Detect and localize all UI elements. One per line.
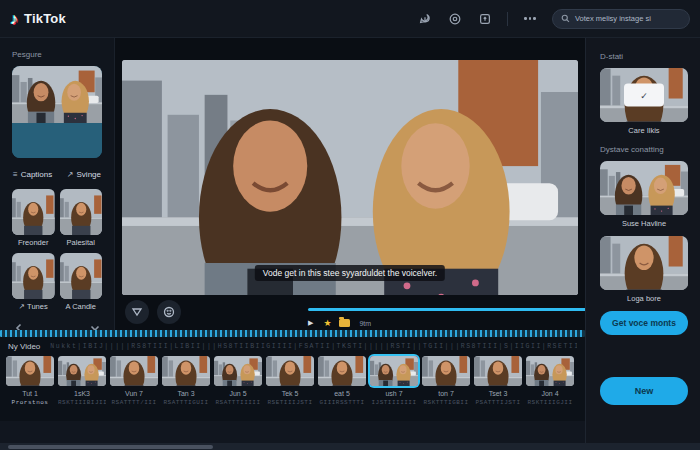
toolbar-divider (507, 12, 508, 26)
card-thumbnail-image (12, 189, 55, 235)
timeline-clip[interactable]: Jun 5 RSATTTIIIII (214, 356, 262, 406)
timeline-clip[interactable]: Vun 7 RSATTTT/III (110, 356, 158, 406)
clip-name: Tek 5 (266, 390, 314, 397)
suggestion-card-2[interactable] (600, 236, 688, 290)
clip-name: ton 7 (422, 390, 470, 397)
clip-name: Tan 3 (162, 390, 210, 397)
timeline-clips: Tut 1 Prorstnos 1sK3 RSKTIIIBIJII Vun 7 … (0, 353, 585, 406)
check-icon: ✓ (640, 90, 648, 100)
voice-card-overlay: ✓ (624, 84, 664, 107)
horizontal-scrollbar[interactable] (0, 443, 700, 450)
clip-name: Jon 4 (526, 390, 574, 397)
preview-thumbnail-image (12, 66, 102, 123)
tiktok-editor-window: ♪ TikTok Votex melisy instage si Pesgure (0, 0, 700, 450)
timeline-panel: Ny Video Nukkt|IBIJ|||||RS8TIII|LIBII|||… (0, 330, 585, 450)
sidebar-card-freonder[interactable]: Freonder (12, 189, 55, 247)
suggestion-card-1-label: Suse Havline (600, 219, 688, 228)
preview-card-band (12, 123, 102, 158)
clip-name: 1sK3 (58, 390, 106, 397)
timeline-clip[interactable]: Tan 3 RSATTTIGUII (162, 356, 210, 406)
star-marker-icon[interactable]: ★ (323, 318, 331, 328)
search-input[interactable]: Votex melisy instage si (552, 9, 690, 29)
timeline-clip[interactable]: Tset 3 PSATTTIJSTI (474, 356, 522, 406)
timeline-clip[interactable]: ton 7 RSKTTTIGBII (422, 356, 470, 406)
video-preview[interactable]: Vode get in this stee syyarduldet the vo… (122, 60, 578, 295)
timeline-clip[interactable]: Tut 1 Prorstnos (6, 356, 54, 406)
clip-thumbnail-image (214, 356, 262, 386)
clip-sub-label: RSETIIIJSTI (266, 399, 314, 406)
video-caption: Vode get in this stee syyarduldet the vo… (255, 265, 445, 281)
suggestion-card-image (600, 161, 688, 215)
voice-effect-icon[interactable] (417, 11, 433, 27)
clip-name: Tset 3 (474, 390, 522, 397)
sidebar-card-candle[interactable]: A Candle (60, 253, 103, 311)
voice-card[interactable]: ✓ (600, 68, 688, 122)
svinge-button[interactable]: ↗ Svinge (67, 170, 101, 179)
clip-sub-label: Prorstnos (6, 399, 54, 406)
clip-thumbnail-image (474, 356, 522, 386)
captions-button[interactable]: ≡ Captions (13, 170, 52, 179)
record-icon[interactable] (447, 11, 463, 27)
tunes-icon: ↗ (19, 302, 25, 311)
timeline-clip[interactable]: ush 7 IJSTIIIIIII (370, 356, 418, 406)
tiktok-note-icon: ♪ (10, 10, 18, 28)
clip-sub-label: RSATTTIGUII (162, 399, 210, 406)
send-button[interactable] (125, 300, 149, 324)
timeline-ruler[interactable] (0, 330, 585, 337)
app-logo[interactable]: ♪ TikTok (10, 10, 66, 28)
player-controls: ▶ ★ 9tm 90m 5tm (115, 296, 585, 330)
timeline-clip[interactable]: 1sK3 RSKTIIIBIJII (58, 356, 106, 406)
search-text: Votex melisy instage si (575, 14, 651, 23)
timeline-clip[interactable]: eat 5 GIIIRSSTTTI (318, 356, 366, 406)
suggestion-card-2-label: Loga bore (600, 294, 688, 303)
clip-thumbnail-image (162, 356, 210, 386)
clip-thumbnail-image (370, 356, 418, 386)
section-title-dstati: D-stati (600, 52, 688, 61)
new-button[interactable]: New (600, 377, 688, 405)
timeline-lower-area (0, 421, 585, 443)
captions-icon: ≡ (13, 170, 18, 179)
clip-thumbnail-image (58, 356, 106, 386)
timeline-clip[interactable]: Tek 5 RSETIIIJSTI (266, 356, 314, 406)
suggestion-card-1[interactable] (600, 161, 688, 215)
sidebar-card-palesital[interactable]: Palesital (60, 189, 103, 247)
clip-name: eat 5 (318, 390, 366, 397)
ruler-tick-text: Nukkt|IBIJ|||||RS8TIII|LIBII|||HS8TIIBII… (50, 343, 577, 350)
clip-sub-label: RSATTTT/III (110, 399, 158, 406)
clip-thumbnail-image (6, 356, 54, 386)
section-title-dystave: Dystave conatting (600, 145, 688, 154)
video-frame-image (122, 60, 578, 295)
left-sidebar-title: Pesgure (12, 50, 102, 59)
clip-name: ush 7 (370, 390, 418, 397)
clip-sub-label: IJSTIIIIIII (370, 399, 418, 406)
left-sidebar: Pesgure ≡ Captions ↗ Svinge Freonder Pal… (0, 38, 115, 330)
marker-time-left: 9tm (359, 320, 371, 327)
emoji-button[interactable] (157, 300, 181, 324)
player-area: Vode get in this stee syyarduldet the vo… (115, 38, 585, 330)
suggestion-card-image (600, 236, 688, 290)
more-icon[interactable] (522, 11, 538, 27)
sidebar-card-tunes[interactable]: ↗ Tunes (12, 253, 55, 311)
clip-sub-label: RSATTTIIIII (214, 399, 262, 406)
top-bar: ♪ TikTok Votex melisy instage si (0, 0, 700, 38)
play-marker-icon[interactable]: ▶ (308, 319, 313, 327)
clip-name: Vun 7 (110, 390, 158, 397)
clip-thumbnail-image (422, 356, 470, 386)
track-label: Ny Video (8, 342, 40, 351)
clip-thumbnail-image (266, 356, 314, 386)
clip-sub-label: GIIIRSSTTTI (318, 399, 366, 406)
search-icon (561, 14, 570, 23)
app-title: TikTok (24, 11, 66, 26)
folder-marker-icon[interactable] (339, 319, 350, 327)
clip-thumbnail-image (110, 356, 158, 386)
emoji-icon (163, 306, 175, 318)
scrollbar-thumb[interactable] (8, 445, 213, 449)
timeline-clip[interactable]: Jon 4 RSKTIIIGJII (526, 356, 574, 406)
clip-thumbnail-image (318, 356, 366, 386)
clip-sub-label: RSKTIIIGJII (526, 399, 574, 406)
get-voice-button[interactable]: Get voce monts (600, 311, 688, 335)
right-sidebar: D-stati ✓ Care Ilkis Dystave conatting S… (585, 38, 700, 450)
preview-card[interactable] (12, 66, 102, 158)
export-icon[interactable] (477, 11, 493, 27)
svinge-icon: ↗ (67, 170, 74, 179)
